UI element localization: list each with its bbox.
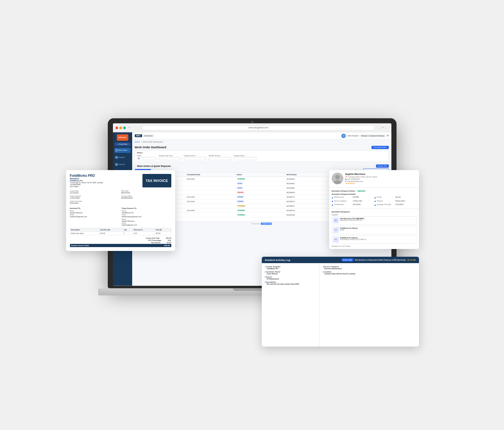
row-status: Completed <box>237 178 287 180</box>
svg-point-1 <box>335 175 340 179</box>
user-info: JD John Dawson Manager - Compliance Mana… <box>341 133 389 138</box>
browser-dot-red[interactable] <box>115 126 118 129</box>
creation-from-label: Creation Date From <box>159 155 181 157</box>
quotation-status-label: Quotation Request Status <box>332 190 355 192</box>
supplier-logo: FW <box>333 227 339 233</box>
reference-label: Reference No <box>334 196 352 198</box>
property-label: Property <box>377 200 395 202</box>
row-completed-date: 22/11/2023 <box>187 196 237 198</box>
copy-invoice-to-section: Copy Invoice To Name FieldWorks Pro Emai… <box>122 206 171 226</box>
service-icon: ◆ <box>332 200 333 202</box>
invoice-due-field: Invoice Due Date 20/01/2024 <box>70 200 120 204</box>
priority-label: Priority <box>377 196 395 198</box>
wo-number-input[interactable] <box>209 157 231 160</box>
property-input[interactable] <box>234 157 256 160</box>
invoice-contact: Jack Rogers <box>70 185 103 187</box>
filter-wo-number: WO/ER Number <box>209 155 231 160</box>
url-bar[interactable]: www.abcglobal.com <box>142 125 375 130</box>
powered-by: Powered by <box>252 223 260 225</box>
expand-icon-service[interactable]: › <box>322 266 323 268</box>
showing-suppliers: Showing 1 to 3 of 3 entries <box>332 245 416 247</box>
invoice-col-unit-price: Unit Price ($) <box>99 228 123 232</box>
invoice-due-value: 20/01/2024 <box>70 202 120 204</box>
expand-icon-customer[interactable]: › <box>264 271 265 273</box>
person-name: Sophia Morrison <box>345 173 416 176</box>
service-label: Service Category <box>334 200 352 202</box>
person-phone: 📞 +61 (203)320020 <box>345 178 416 180</box>
filter-property: Property Name <box>234 155 256 160</box>
supplier-card[interactable]: AAE A&A Electricals TEC (898/3BEP) Caven… <box>332 216 416 225</box>
breadcrumb: Home > Work Order Dashboard <box>132 139 391 144</box>
supplier-details: 4 Cavenagh St, Darwin City NT 0800, Au..… <box>340 239 367 240</box>
invoice-col-discount: Discount % <box>133 228 155 232</box>
browser-dot-yellow[interactable] <box>119 126 122 129</box>
invoice-company-sub: Services <box>70 177 103 180</box>
subtotal-label: Invoice Sub Total <box>146 237 159 239</box>
sidebar-item-workorders[interactable]: Work Orders <box>115 148 131 153</box>
status-input[interactable] <box>137 157 156 160</box>
col-status: Status <box>237 174 287 176</box>
status-label: Status <box>137 155 156 157</box>
browser-dot-green[interactable] <box>123 126 126 129</box>
overview-icon <box>115 163 118 166</box>
service-category-section: › Service Category Electrical Maintenanc… <box>322 266 416 270</box>
description-section: › Description We need this hot water sys… <box>264 281 317 285</box>
created-date-row: ◆ Created Date 23/11/2021 <box>332 203 374 206</box>
supplier-details: Cavenagh St, Darwin NT 0800, Au... <box>340 219 364 221</box>
personalize-filters-button[interactable]: Personalise Filters <box>372 146 389 149</box>
date-badge[interactable]: 20 Dec 2023 <box>341 258 354 262</box>
supplier-name: FieldWorks Pro (Demo) <box>340 227 358 229</box>
supplier-card[interactable]: FW FieldWorks Pro (Demo) 4 Cavenagh St, … <box>332 236 416 244</box>
supplier-card[interactable]: FW FieldWorks Pro (Demo) Supply <box>332 226 416 234</box>
manage-tabs-button[interactable]: Manage Tabs <box>376 164 389 168</box>
col-completed-date: Completed Date <box>187 174 237 176</box>
row-completed-date: 22/11/2023 <box>187 210 237 211</box>
filter-row: Status Creation Date From Creation Date … <box>137 155 387 160</box>
user-role: Manager - Compliance Manager <box>360 134 385 137</box>
priority-row: ◆ Priority Normal <box>374 196 416 199</box>
activity-log-overlay: Detailed Activity Log 20 Dec 2023 New Qu… <box>262 257 419 347</box>
property-row: ◆ Property Darwin Nome <box>374 200 416 202</box>
expand-icon-desc[interactable]: › <box>264 281 265 283</box>
supplier-name: A&A Electricals TEC (898/3BEP) <box>340 218 364 219</box>
gst-row: GST Percentage 10% <box>70 239 171 241</box>
creation-from-input[interactable] <box>159 157 181 160</box>
expand-icon-location[interactable]: › <box>322 271 323 273</box>
abc-logo: ABC <box>135 134 142 137</box>
tax-row: Tax Amount 20.00 <box>70 242 171 244</box>
filter-creation-from: Creation Date From <box>159 155 181 160</box>
suppliers-label: Suppliers <box>118 156 125 158</box>
source-value: HT Maintenance <box>264 278 317 280</box>
location-section: › Location Gardens Road, Darwin City NT,… <box>322 271 416 275</box>
creation-to-input[interactable] <box>184 157 206 160</box>
person-address: 📍 Cavenagh Street, Darwin City NT, Austr… <box>345 176 416 178</box>
quotation-requests-section: Quotation Requests Supplier AAE A&A Elec… <box>329 209 419 249</box>
expand-icon-source[interactable]: › <box>264 276 265 278</box>
row-status: Issued <box>237 182 287 185</box>
invoice-company-block: FieldWorks PRO Services FieldWorks Pro 4… <box>70 174 103 187</box>
activity-log-title: Detailed Activity Log <box>265 259 290 262</box>
invoiced-to-title: Invoiced To <box>70 207 119 209</box>
tax-label: Tax Amount <box>151 242 160 244</box>
supplier-details: Supply <box>340 229 358 231</box>
notification-timestamp: 10:13 AM <box>407 259 415 261</box>
workorders-icon <box>115 149 118 151</box>
created-icon: ◆ <box>332 204 333 206</box>
page-header: Work Order Dashboard Personalise Filters <box>132 144 391 150</box>
row-status: Issued <box>237 187 287 189</box>
created-label: Created Date <box>334 203 352 205</box>
property-icon: ◆ <box>374 200 376 202</box>
expand-icon-trustees[interactable]: › <box>264 266 265 268</box>
sidebar-item-overview[interactable]: Overview <box>115 162 131 167</box>
subtotal-row: Invoice Sub Total 200.00 <box>70 237 171 239</box>
sidebar-item-suppliers[interactable]: Suppliers <box>115 155 131 160</box>
copy-email2-value: Sophia@gmail.com <box>122 224 171 226</box>
abn-field: ABN Code 980797929 <box>121 190 171 194</box>
activity-left: › Trustee Supplier FieldWorks Pro › Cust… <box>262 263 320 347</box>
settings-icon[interactable]: ⚙ <box>387 134 389 137</box>
trustees-section: › Trustee Supplier FieldWorks Pro <box>264 266 317 270</box>
invoice-overlay: FieldWorks PRO Services FieldWorks Pro 4… <box>66 170 175 251</box>
create-new-button[interactable]: + Create New <box>115 142 131 146</box>
breadcrumb-home[interactable]: Home <box>135 141 140 143</box>
row-status: In-Progress <box>237 205 287 207</box>
